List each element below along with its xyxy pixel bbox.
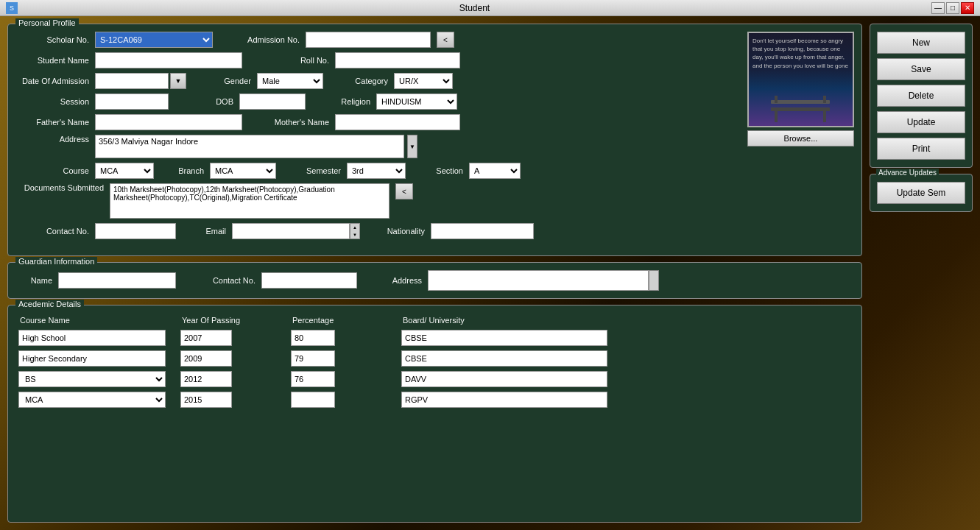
year-cell <box>177 389 288 410</box>
percentage-input[interactable] <box>291 350 335 367</box>
minimize-button[interactable]: — <box>931 2 945 14</box>
roll-no-input[interactable]: 0813CA121064 <box>335 52 460 68</box>
percentage-cell <box>288 328 398 348</box>
year-cell <box>177 369 288 389</box>
mothers-name-input[interactable]: Kavita Agrawal <box>335 114 460 130</box>
right-panel: New Save Delete Update Print Advance Upd… <box>870 24 973 523</box>
calendar-button[interactable]: ▼ <box>170 73 186 89</box>
svg-rect-0 <box>771 100 830 104</box>
course-name-select[interactable]: BS <box>18 371 166 387</box>
svg-rect-4 <box>775 96 778 103</box>
percentage-input[interactable] <box>291 371 335 387</box>
dob-input[interactable]: 01/01/1991 <box>239 93 306 110</box>
admission-no-label: Admission No. <box>233 35 300 44</box>
guardian-info-label: Guardian Information <box>15 257 97 266</box>
guardian-contact-label: Contact No. <box>197 276 255 285</box>
course-name-input[interactable] <box>18 350 166 367</box>
session-input[interactable]: 2012-2015 <box>95 93 169 110</box>
course-name-select[interactable]: MCA <box>18 392 166 408</box>
board-input[interactable] <box>401 350 607 367</box>
browse-button[interactable]: Browse... <box>747 130 854 146</box>
docs-label: Documents Submitted <box>15 183 104 192</box>
academic-row <box>15 328 854 348</box>
documents-input[interactable]: 10th Marksheet(Photocopy),12th Marksheet… <box>110 183 389 219</box>
email-scroll[interactable]: ▲ ▼ <box>350 223 360 239</box>
nationality-input[interactable]: Indian <box>431 223 534 239</box>
course-name-input[interactable] <box>18 330 166 346</box>
photo-area: Don't let yourself become so angry that … <box>747 32 854 146</box>
course-name-cell: BS <box>15 369 177 389</box>
academic-row: MCA <box>15 389 854 410</box>
svg-rect-1 <box>771 107 830 111</box>
update-sem-button[interactable]: Update Sem <box>877 182 965 204</box>
personal-profile-section: Personal Profile Scholar No. S-12CA069 A… <box>7 24 862 256</box>
action-buttons: New Save Delete Update Print <box>870 24 973 168</box>
course-name-cell <box>15 348 177 369</box>
semester-select[interactable]: 3rd1st2nd <box>347 163 406 179</box>
update-button[interactable]: Update <box>877 111 965 133</box>
section-select[interactable]: ABC <box>469 163 521 179</box>
main-content: Personal Profile Scholar No. S-12CA069 A… <box>0 16 980 530</box>
delete-button[interactable]: Delete <box>877 85 965 107</box>
scholar-no-select[interactable]: S-12CA069 <box>95 32 213 48</box>
advance-updates-label: Advance Updates <box>876 169 939 177</box>
board-input[interactable] <box>401 330 607 346</box>
academic-table: Course Name Year Of Passing Percentage B… <box>15 313 854 410</box>
fathers-name-input[interactable]: Himanshu Agrawal <box>95 114 242 130</box>
semester-label: Semester <box>289 166 341 175</box>
year-input[interactable] <box>180 371 232 387</box>
photo-text: Don't let yourself become so angry that … <box>752 37 849 70</box>
doa-input[interactable]: 10/Aug/2012 <box>95 73 169 89</box>
academic-details-label: Acedemic Details <box>15 300 84 308</box>
guardian-address-scroll[interactable] <box>649 270 659 291</box>
year-input[interactable] <box>180 350 232 367</box>
course-name-cell <box>15 328 177 348</box>
print-button[interactable]: Print <box>877 138 965 160</box>
year-input[interactable] <box>180 392 232 408</box>
address-input[interactable]: 356/3 Malviya Nagar Indore <box>95 135 404 158</box>
close-button[interactable]: ✕ <box>961 2 974 14</box>
admission-nav-button[interactable]: < <box>437 32 454 48</box>
save-button[interactable]: Save <box>877 58 965 80</box>
course-select[interactable]: MCABCA <box>95 163 154 179</box>
guardian-address-input[interactable] <box>428 270 649 291</box>
new-button[interactable]: New <box>877 32 965 54</box>
contact-input[interactable]: 8992929929 <box>95 223 176 239</box>
email-label: Email <box>197 227 226 236</box>
email-group: rajeev23@gmail.com ▲ ▼ <box>232 223 360 239</box>
percentage-cell <box>288 348 398 369</box>
roll-no-label: Roll No. <box>263 56 329 65</box>
scholar-no-label: Scholar No. <box>15 35 89 44</box>
category-select[interactable]: UR/X SC ST <box>394 73 453 89</box>
percentage-input[interactable] <box>291 330 335 346</box>
student-name-input[interactable]: Rajeev Agrawal <box>95 52 242 68</box>
board-input[interactable] <box>401 392 607 408</box>
religion-select[interactable]: HINDUISM ISLAM <box>376 93 457 110</box>
board-cell <box>398 389 854 410</box>
gender-select[interactable]: Male Female <box>257 73 323 89</box>
board-input[interactable] <box>401 371 607 387</box>
docs-nav-button[interactable]: < <box>395 183 413 199</box>
maximize-button[interactable]: □ <box>946 2 959 14</box>
course-name-cell: MCA <box>15 389 177 410</box>
guardian-name-input[interactable] <box>58 272 176 289</box>
email-input[interactable]: rajeev23@gmail.com <box>232 223 350 239</box>
admission-no-input[interactable]: A-9824387324 <box>306 32 431 48</box>
guardian-name-label: Name <box>15 276 52 285</box>
percentage-cell <box>288 389 398 410</box>
religion-label: Religion <box>319 97 370 106</box>
academic-row: BS <box>15 369 854 389</box>
year-input[interactable] <box>180 330 232 346</box>
percentage-cell <box>288 369 398 389</box>
contact-label: Contact No. <box>15 227 89 236</box>
svg-rect-2 <box>775 111 778 122</box>
address-scroll[interactable]: ▼ <box>407 135 417 158</box>
guardian-contact-input[interactable] <box>261 272 357 289</box>
address-label: Address <box>15 135 89 144</box>
branch-select[interactable]: MCABCA <box>210 163 276 179</box>
academic-details-section: Acedemic Details Course Name Year Of Pas… <box>7 305 862 523</box>
svg-rect-5 <box>823 96 826 103</box>
percentage-input[interactable] <box>291 392 335 408</box>
academic-row <box>15 348 854 369</box>
personal-profile-label: Personal Profile <box>15 18 79 27</box>
